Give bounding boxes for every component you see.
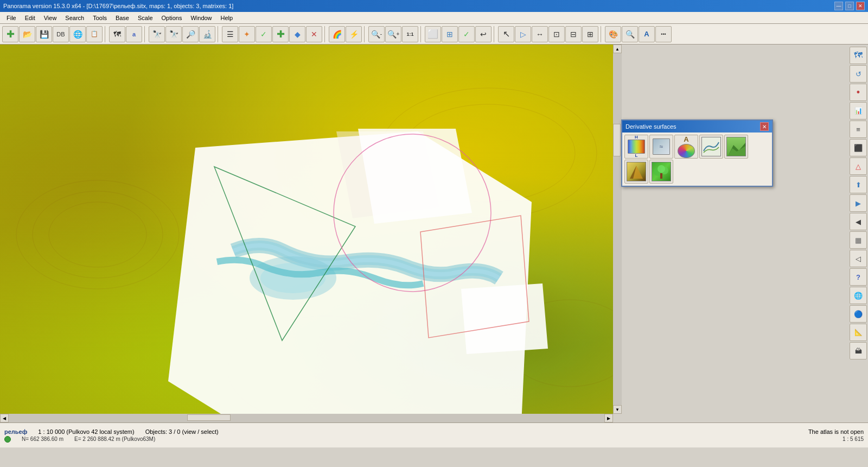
menu-base[interactable]: Base	[111, 14, 133, 22]
derivative-dialog-close[interactable]: ✕	[760, 122, 769, 131]
tb-forward[interactable]: ▷	[515, 26, 531, 42]
tb-save[interactable]: 💾	[36, 26, 52, 42]
tb-transform[interactable]: ↔	[532, 26, 548, 42]
tb-frame[interactable]: ⬜	[425, 26, 441, 42]
tb-back[interactable]: ↩	[475, 26, 492, 42]
deriv-btn-smooth[interactable]: ≈	[649, 135, 673, 159]
side-ball[interactable]: 🔵	[850, 305, 867, 323]
side-up[interactable]: ⬆	[850, 176, 867, 193]
tb-list[interactable]: ☰	[222, 26, 238, 42]
scroll-track-v[interactable]	[613, 53, 622, 405]
side-globe[interactable]: 🌐	[850, 287, 867, 304]
map-section: ▲ ▼ ◀ ▶	[0, 45, 622, 422]
close-button[interactable]: ✕	[856, 2, 865, 10]
tb-import[interactable]: 📋	[86, 26, 103, 42]
status-objects: Objects: 3 / 0 (view / select)	[145, 428, 219, 435]
menu-tools[interactable]: Tools	[88, 14, 111, 22]
side-play[interactable]: ▶	[850, 194, 867, 212]
scroll-up-arrow[interactable]: ▲	[613, 45, 622, 53]
deriv-btn-aspect[interactable]: A	[674, 135, 698, 159]
tb-minus-box[interactable]: ⊟	[565, 26, 582, 42]
status-row-2: N= 662 386.60 m E= 2 260 888.42 m (Pulko…	[4, 436, 864, 443]
scroll-track-h[interactable]	[9, 414, 604, 422]
tb-new[interactable]: ✚	[2, 26, 18, 42]
tb-db[interactable]: DB	[53, 26, 69, 42]
tb-sep3	[218, 26, 220, 42]
derivative-dialog-title: Derivative surfaces	[626, 123, 676, 130]
side-triangle[interactable]: △	[850, 157, 867, 175]
derivative-dialog-content: H L ≈ A	[622, 132, 772, 186]
deriv-btn-vegetation[interactable]	[649, 160, 673, 184]
side-grid[interactable]: ▦	[850, 231, 867, 249]
deriv-btn-height[interactable]: H L	[624, 135, 648, 159]
menu-edit[interactable]: Edit	[21, 14, 40, 22]
right-panel: 🗺 ↺ • 📊 ≡ ⬛ △ ⬆ ▶ ◀ ▦ ◁ ? 🌐 🔵 📐 🏔	[622, 45, 868, 422]
deriv-btn-profile[interactable]	[699, 135, 723, 159]
scroll-right-arrow[interactable]: ▶	[604, 414, 613, 422]
side-help[interactable]: ?	[850, 268, 867, 286]
deriv-btn-slope[interactable]	[724, 135, 748, 159]
scroll-thumb-v[interactable]	[613, 124, 621, 156]
tb-web[interactable]: 🌐	[69, 26, 86, 42]
side-point[interactable]: •	[850, 84, 867, 101]
tb-confirm[interactable]: ✓	[458, 26, 475, 42]
tb-zoom-out[interactable]: 🔍-	[368, 26, 385, 42]
tb-search3[interactable]: 🔎	[182, 26, 199, 42]
tb-search1[interactable]: 🔭	[149, 26, 165, 42]
minimize-button[interactable]: —	[834, 2, 843, 10]
tb-pin[interactable]: a	[126, 26, 142, 42]
side-measure[interactable]: 📐	[850, 324, 867, 341]
status-east: E= 2 260 888.42 m (Pulkovo63M)	[74, 436, 155, 442]
menu-window[interactable]: Window	[186, 14, 216, 22]
side-left[interactable]: ◁	[850, 250, 867, 267]
tb-remove[interactable]: ✕	[306, 26, 322, 42]
side-chart[interactable]: 📊	[850, 102, 867, 119]
menu-search[interactable]: Search	[61, 14, 88, 22]
svg-rect-27	[660, 173, 662, 179]
tb-zoom-in[interactable]: 🔍+	[385, 26, 401, 42]
menu-view[interactable]: View	[40, 14, 61, 22]
tb-layers[interactable]: 🗺	[109, 26, 125, 42]
horizontal-scrollbar[interactable]: ◀ ▶	[0, 414, 613, 422]
tb-polygon[interactable]: ◆	[289, 26, 305, 42]
scroll-left-arrow[interactable]: ◀	[0, 414, 9, 422]
scroll-thumb-h[interactable]	[187, 414, 231, 421]
tb-flash[interactable]: ⚡	[346, 26, 362, 42]
tb-search2[interactable]: 🔭	[165, 26, 182, 42]
tb-extra[interactable]: •••	[655, 26, 672, 42]
tb-actual-size[interactable]: 1:1	[402, 26, 418, 42]
main-area: ▲ ▼ ◀ ▶ 🗺 ↺ • 📊 ≡ ⬛ △ ⬆ ▶ ◀ ▦ ◁ ?	[0, 45, 868, 422]
side-maps[interactable]: 🗺	[850, 47, 867, 64]
tb-star[interactable]: ✦	[239, 26, 255, 42]
tb-box1[interactable]: ⊡	[548, 26, 565, 42]
tb-open[interactable]: 📂	[19, 26, 35, 42]
maximize-button[interactable]: □	[845, 2, 854, 10]
vertical-scrollbar[interactable]: ▲ ▼	[613, 45, 622, 414]
menu-file[interactable]: File	[2, 14, 21, 22]
tb-grid[interactable]: ⊞	[442, 26, 458, 42]
toolbar: ✚ 📂 💾 DB 🌐 📋 🗺 a 🔭 🔭 🔎 🔬 ☰ ✦ ✓ ✚ ◆ ✕ 🌈 ⚡…	[0, 24, 868, 45]
menu-scale[interactable]: Scale	[133, 14, 157, 22]
deriv-btn-shade[interactable]	[624, 160, 648, 184]
side-menu[interactable]: ≡	[850, 121, 867, 138]
side-fill[interactable]: ⬛	[850, 139, 867, 156]
tb-palette[interactable]: 🎨	[605, 26, 621, 42]
menu-options[interactable]: Options	[157, 14, 187, 22]
tb-add-obj[interactable]: ✚	[272, 26, 289, 42]
side-mount[interactable]: 🏔	[850, 342, 867, 359]
tb-select[interactable]: ↖	[498, 26, 514, 42]
status-indicator	[4, 436, 11, 443]
menu-help[interactable]: Help	[216, 14, 238, 22]
tb-color[interactable]: 🌈	[329, 26, 345, 42]
tb-find[interactable]: 🔍	[622, 26, 638, 42]
tb-search4[interactable]: 🔬	[199, 26, 215, 42]
status-bar: рельеф 1 : 10 000 (Pulkovo 42 local syst…	[0, 422, 868, 447]
tb-text[interactable]: A	[639, 26, 655, 42]
map-canvas[interactable]	[0, 45, 613, 414]
tb-sep8	[601, 26, 603, 42]
side-prev[interactable]: ◀	[850, 213, 867, 230]
scroll-down-arrow[interactable]: ▼	[613, 405, 622, 414]
tb-check[interactable]: ✓	[256, 26, 272, 42]
tb-plus-box[interactable]: ⊞	[582, 26, 598, 42]
side-refresh[interactable]: ↺	[850, 65, 867, 83]
